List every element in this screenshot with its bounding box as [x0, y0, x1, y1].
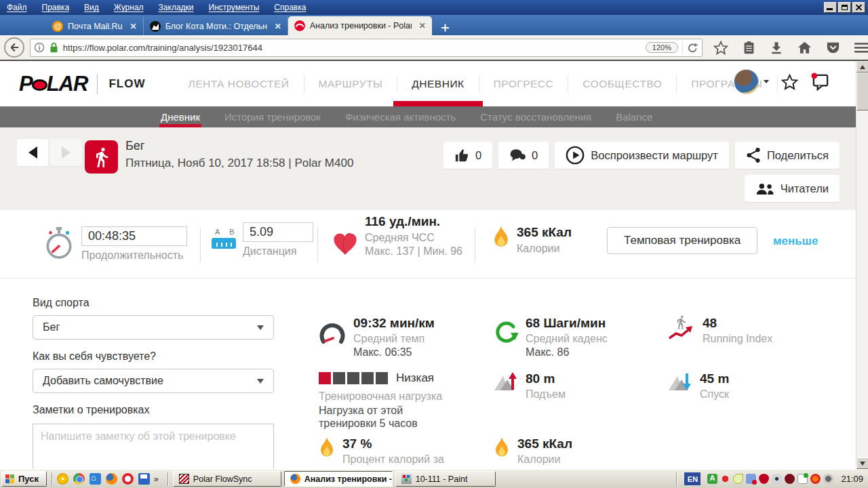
scrollbar-thumb[interactable]: [856, 73, 868, 110]
overflow-chevron[interactable]: »: [154, 474, 159, 484]
zoom-level[interactable]: 120%: [646, 42, 678, 53]
downloads-icon[interactable]: [770, 41, 783, 55]
avatar[interactable]: [734, 69, 759, 94]
mailru-at-icon: [52, 21, 63, 32]
antivirus-icon[interactable]: [57, 473, 68, 485]
duration-label: Продолжительность: [81, 249, 187, 262]
save-icon[interactable]: [138, 473, 150, 485]
reload-icon[interactable]: [687, 42, 698, 54]
page-scrollbar[interactable]: [856, 61, 868, 469]
comment-button[interactable]: 0: [498, 142, 549, 169]
info-icon[interactable]: [34, 42, 45, 53]
tab-mail-ru[interactable]: Почта Mail.Ru ✕: [46, 17, 144, 35]
pocket-icon[interactable]: [826, 41, 840, 54]
menu-tools[interactable]: Инструменты: [209, 3, 260, 12]
load-square: [333, 372, 345, 384]
menu-edit[interactable]: Правка: [42, 3, 70, 12]
pace-value: 09:32 мин/км: [353, 316, 435, 331]
subnav-recovery[interactable]: Статус восстановления: [480, 106, 591, 127]
messages-icon[interactable]: [810, 73, 830, 91]
menu-file[interactable]: Файл: [7, 3, 27, 12]
subnav-activity[interactable]: Физическая активность: [345, 106, 456, 127]
heart-rate-group: 116 уд./мин. Средняя ЧСС Макс. 137 | Мин…: [332, 214, 472, 258]
tab-close-icon[interactable]: ✕: [275, 22, 281, 31]
task-firefox[interactable]: Анализ тренировки - ...: [284, 471, 393, 487]
chrome-icon[interactable]: [73, 473, 85, 485]
sport-select-label: Вид спорта: [33, 297, 90, 309]
menu-bookmarks[interactable]: Закладки: [159, 3, 194, 12]
notes-textarea[interactable]: [33, 424, 274, 469]
tab-close-icon[interactable]: ✕: [130, 22, 137, 31]
tray-sync-icon[interactable]: [797, 474, 808, 484]
prev-session-button[interactable]: [17, 139, 48, 166]
ascent-icon: [494, 371, 518, 392]
user-menu[interactable]: [734, 69, 769, 94]
share-button[interactable]: Поделиться: [735, 142, 840, 169]
subnav-balance[interactable]: Balance: [616, 106, 652, 127]
menu-help[interactable]: Справка: [274, 3, 306, 12]
subnav-diary[interactable]: Дневник: [161, 106, 200, 127]
bookmark-star-icon[interactable]: [713, 41, 728, 55]
descent-label: Спуск: [700, 388, 729, 401]
lock-icon[interactable]: [49, 42, 59, 54]
tray-download-manager-icon[interactable]: [785, 474, 795, 484]
task-flowsync[interactable]: Polar FlowSync: [173, 471, 281, 487]
polar-logo[interactable]: PLAR: [19, 61, 87, 106]
task-paint[interactable]: 10-111 - Paint: [395, 471, 496, 487]
comment-icon: [509, 148, 526, 162]
nav-community[interactable]: СООБЩЕСТВО: [568, 75, 677, 93]
hamburger-menu-icon[interactable]: [854, 42, 868, 54]
training-type-button[interactable]: Темповая тренировка: [607, 227, 757, 254]
tab-close-icon[interactable]: ✕: [419, 21, 426, 30]
url-text[interactable]: https://flow.polar.com/training/analysis…: [63, 43, 642, 53]
comment-count: 0: [532, 149, 538, 162]
feeling-select[interactable]: Добавить самочувствие: [33, 369, 274, 393]
nav-routes[interactable]: МАРШРУТЫ: [304, 75, 398, 93]
restore-button[interactable]: [838, 2, 851, 13]
clipboard-icon[interactable]: [743, 41, 755, 55]
duration-input[interactable]: [81, 226, 187, 246]
tab-polar-analysis[interactable]: Анализ тренировки - Polar F... ✕: [288, 16, 432, 35]
less-link[interactable]: меньше: [773, 235, 818, 248]
firefox-icon[interactable]: [106, 473, 117, 485]
tray-red-bug-icon[interactable]: [720, 474, 730, 484]
tray-shield-icon[interactable]: [759, 474, 769, 484]
followers-button[interactable]: Читатели: [745, 175, 840, 202]
new-tab-button[interactable]: [436, 20, 454, 35]
close-button[interactable]: [852, 2, 865, 13]
nav-feed[interactable]: ЛЕНТА НОВОСТЕЙ: [174, 75, 304, 93]
calories-value: 365 кКал: [517, 225, 572, 240]
home-icon[interactable]: [797, 41, 812, 54]
favorites-star-icon[interactable]: [781, 74, 798, 90]
tray-leaf-icon[interactable]: [733, 474, 743, 484]
main-nav: ЛЕНТА НОВОСТЕЙ МАРШРУТЫ ДНЕВНИК ПРОГРЕСС…: [174, 61, 777, 106]
scroll-up-button[interactable]: [856, 61, 868, 73]
tab-blog[interactable]: Блог Кота Моти.: Отдельн... ✕: [144, 17, 288, 35]
minimize-button[interactable]: [824, 2, 837, 13]
tray-green-a-icon[interactable]: [707, 474, 717, 484]
calories-group: 365 кКал Калории: [492, 225, 572, 256]
tray-speaker-icon[interactable]: [823, 474, 833, 484]
like-button[interactable]: 0: [443, 142, 492, 169]
scroll-down-button[interactable]: [856, 458, 868, 469]
tray-webcam-icon[interactable]: [772, 474, 782, 484]
nav-progress[interactable]: ПРОГРЕСС: [479, 75, 569, 93]
next-session-button[interactable]: [50, 139, 81, 166]
start-button[interactable]: Пуск: [1, 471, 47, 487]
back-button[interactable]: [4, 37, 24, 58]
menu-history[interactable]: Журнал: [114, 3, 144, 12]
browser-home-icon[interactable]: [90, 473, 101, 485]
distance-input[interactable]: [243, 222, 313, 242]
menu-view[interactable]: Вид: [84, 3, 99, 12]
subnav-history[interactable]: История тренировок: [224, 106, 321, 127]
sport-select[interactable]: Бег: [33, 315, 274, 340]
calories-stat: 365 кКал Калории: [494, 436, 572, 466]
opera-icon[interactable]: [122, 473, 134, 485]
tray-red-circle-icon[interactable]: [810, 474, 821, 484]
nav-diary[interactable]: ДНЕВНИК: [397, 75, 479, 93]
address-bar[interactable]: https://flow.polar.com/training/analysis…: [30, 39, 703, 57]
load-level: Низкая: [396, 371, 434, 385]
tray-network-error-icon[interactable]: [746, 474, 756, 484]
replay-route-button[interactable]: Воспроизвести маршрут: [555, 142, 729, 169]
language-indicator[interactable]: EN: [684, 472, 701, 485]
